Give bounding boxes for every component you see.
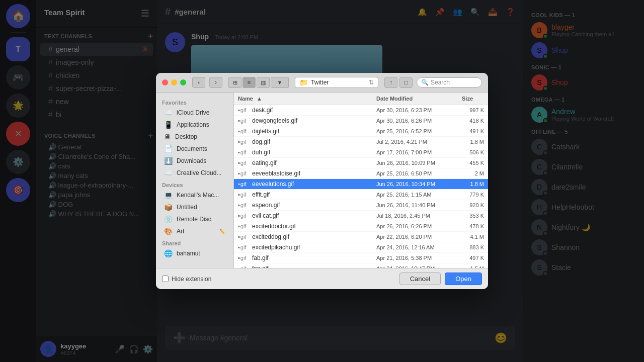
file-row[interactable]: ▪ gif duh.gif Apr 17, 2016, 7:00 PM 506 … [234,147,488,158]
file-name: evil cat.gif [250,212,372,219]
sidebar-untitled[interactable]: 📦 Untitled [158,201,231,213]
file-name: duh.gif [250,149,372,156]
file-row[interactable]: ▪ gif evil cat.gif Jul 18, 2016, 2:45 PM… [234,211,488,221]
file-date: Apr 25, 2016, 1:15 AM [372,192,458,198]
creative-cloud-icon: ☁️ [164,169,173,177]
hide-extension-area: Hide extension [162,276,211,283]
file-date: Apr 25, 2016, 6:52 PM [372,128,458,134]
file-size: 506 K [458,149,488,155]
dialog-toolbar: ‹ › ⊞ ≡ ▥ ▼ 📁 Twitter ⇅ ↑ □ 🔍 Search [156,73,488,93]
file-size: 779 K [458,192,488,198]
dialog-body: Favorites ☁️ iCloud Drive 📱 Applications… [156,93,488,268]
hide-extension-label: Hide extension [172,276,211,283]
file-row[interactable]: ▪ gif eeveeblastoise.gif Apr 25, 2016, 6… [234,168,488,179]
file-icon: ▪ gif [234,223,250,230]
file-size: 418 K [458,118,488,124]
cancel-button[interactable]: Cancel [399,273,441,285]
untitled-icon: 📦 [164,203,173,211]
sidebar-remote-disc[interactable]: 💿 Remote Disc [158,213,231,225]
file-list-panel: Name ▲ Date Modified Size ▪ gif desk.gif… [234,93,488,268]
file-name: dog.gif [250,138,372,145]
file-name: eeveelutions.gif [250,180,372,188]
file-row[interactable]: ▪ gif eating.gif Jun 26, 2016, 10:09 PM … [234,158,488,168]
file-row[interactable]: ▪ gif eeveelutions.gif Jun 26, 2016, 10:… [234,179,488,190]
file-date: Jul 2, 2016, 4:21 PM [372,139,458,145]
col-name-header[interactable]: Name ▲ [234,95,372,103]
file-size: 455 K [458,160,488,166]
file-date: Apr 30, 2016, 6:26 PM [372,118,458,124]
file-row[interactable]: ▪ gif desk.gif Apr 30, 2016, 6:23 PM 997… [234,105,488,116]
dialog-overlay: ‹ › ⊞ ≡ ▥ ▼ 📁 Twitter ⇅ ↑ □ 🔍 Search [0,0,644,362]
devices-label: Devices [156,179,233,189]
nav-back-button[interactable]: ‹ [192,77,205,88]
file-size: 353 K [458,213,488,219]
sidebar-applications[interactable]: 📱 Applications [158,119,231,131]
dialog-footer: Hide extension Cancel Open [156,268,488,289]
traffic-lights [162,79,186,85]
sidebar-creative-cloud[interactable]: ☁️ Creative Cloud... [158,167,231,179]
file-icon: ▪ gif [234,202,250,209]
open-button[interactable]: Open [445,273,482,285]
view-icon-btn[interactable]: ⊞ [228,77,242,88]
file-row[interactable]: ▪ gif dog.gif Jul 2, 2016, 4:21 PM 1.8 M [234,137,488,147]
file-size: 883 K [458,244,488,250]
file-date: Apr 30, 2016, 6:23 PM [372,107,458,113]
file-dialog: ‹ › ⊞ ≡ ▥ ▼ 📁 Twitter ⇅ ↑ □ 🔍 Search [156,73,488,289]
file-row[interactable]: ▪ gif exciteddoctor.gif Apr 26, 2016, 6:… [234,221,488,232]
file-row[interactable]: ▪ gif digletts.gif Apr 25, 2016, 6:52 PM… [234,126,488,137]
close-button[interactable] [162,79,168,85]
maximize-button[interactable] [180,79,186,85]
location-name: Twitter [311,79,329,86]
view-column-btn[interactable]: ▥ [257,77,270,88]
file-row[interactable]: ▪ gif dewgongfeels.gif Apr 30, 2016, 6:2… [234,116,488,126]
sidebar-bahamut[interactable]: 🌐 bahamut [158,247,231,259]
file-name: digletts.gif [250,128,372,135]
sidebar-desktop[interactable]: 🖥 Desktop [158,131,231,143]
new-folder-button[interactable]: □ [399,77,413,88]
art-icon: 🎨 [164,227,173,235]
sidebar-art[interactable]: 🎨 Art ✏️ [158,225,231,237]
file-row[interactable]: ▪ gif espeon.gif Jun 26, 2016, 11:40 PM … [234,200,488,211]
sidebar-downloads[interactable]: ⬇️ Downloads [158,155,231,167]
file-row[interactable]: ▪ gif excitedpikachu.gif Apr 24, 2016, 1… [234,242,488,253]
bahamut-icon: 🌐 [164,249,173,257]
file-size: 2 M [458,170,488,176]
file-size: 497 K [458,255,488,261]
file-date: Apr 21, 2016, 5:38 PM [372,255,458,261]
file-row[interactable]: ▪ gif fab.gif Apr 21, 2016, 5:38 PM 497 … [234,253,488,263]
file-date: Apr 24, 2016, 12:16 AM [372,244,458,250]
remote-disc-label: Remote Disc [177,216,211,223]
file-icon: ▪ gif [234,244,250,251]
downloads-label: Downloads [177,157,206,164]
sidebar-documents[interactable]: 📄 Documents [158,143,231,155]
file-size: 1.8 M [458,139,488,145]
file-row[interactable]: ▪ gif exciteddog.gif Apr 22, 2016, 6:20 … [234,232,488,242]
minimize-button[interactable] [171,79,177,85]
view-list-btn[interactable]: ≡ [243,77,256,88]
nav-forward-button[interactable]: › [209,77,222,88]
file-name: eeveeblastoise.gif [250,170,372,177]
file-icon: ▪ gif [234,128,250,135]
view-buttons: ⊞ ≡ ▥ ▼ [228,77,289,88]
file-name: effit.gif [250,191,372,198]
file-date: Apr 17, 2016, 7:00 PM [372,149,458,155]
search-box[interactable]: 🔍 Search [417,77,482,87]
documents-label: Documents [177,145,207,152]
file-size: 4.1 M [458,234,488,240]
col-size-header[interactable]: Size [458,95,488,103]
applications-icon: 📱 [164,121,173,129]
hide-extension-checkbox[interactable] [162,276,169,282]
search-icon: 🔍 [421,79,429,86]
file-date: Jun 26, 2016, 10:34 PM [372,181,458,187]
file-row[interactable]: ▪ gif effit.gif Apr 25, 2016, 1:15 AM 77… [234,190,488,200]
file-icon: ▪ gif [234,117,250,124]
share-button[interactable]: ↑ [384,77,397,88]
location-bar[interactable]: 📁 Twitter ⇅ [295,77,378,88]
file-size: 920 K [458,202,488,208]
sidebar-icloud[interactable]: ☁️ iCloud Drive [158,107,231,119]
view-options-btn[interactable]: ▼ [271,77,289,88]
file-row[interactable]: ▪ gif fan.gif Apr 24, 2016, 10:47 PM 1.5… [234,263,488,268]
col-date-header[interactable]: Date Modified [372,95,458,103]
file-size: 1.8 M [458,181,488,187]
sidebar-kendalls-mac[interactable]: 💻 Kendall's Mac... [158,189,231,201]
